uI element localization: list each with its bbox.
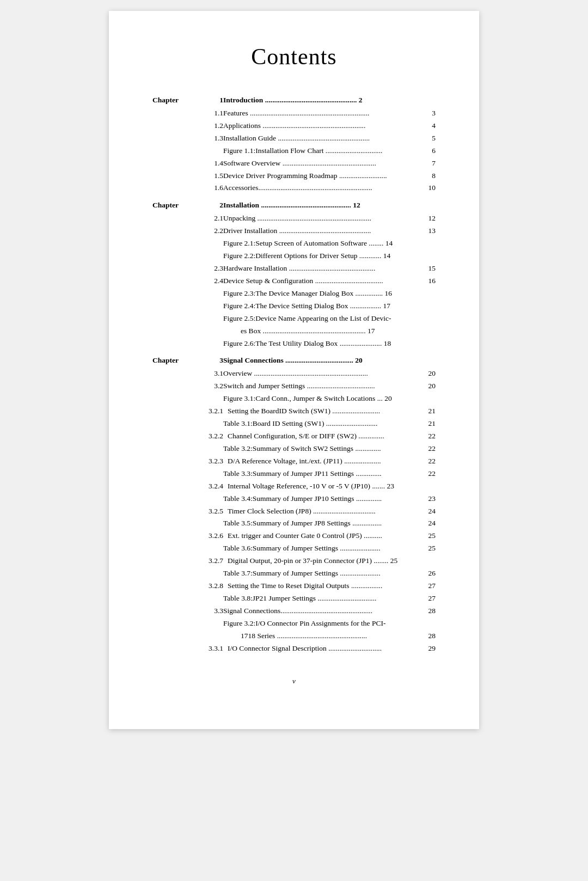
subsec-title-3-2-1: Setting the BoardID Switch (SW1) .......…: [223, 405, 427, 418]
sec-num-2-2: 2.2: [191, 225, 223, 237]
section-row-3-2: 3.2 Switch and Jumper Settings .........…: [152, 380, 436, 393]
subsec-page-3-2-2: 22: [427, 430, 436, 443]
fig-page-3-2-6-1: 25: [427, 542, 436, 555]
subsec-num-3-2-4: 3.2.4: [191, 480, 223, 493]
subsec-row-3-2-5: 3.2.5 Timer Clock Selection (JP8) ......…: [152, 505, 436, 518]
fig-row-3-3-1b: 1718 Series ............................…: [152, 630, 436, 643]
fig-row-3-2-3-1: Table 3.3:Summary of Jumper JP11 Setting…: [152, 468, 436, 480]
sec-title-1-5: Device Driver Programming Roadmap ......…: [223, 170, 427, 182]
sec-page-1-5: 8: [427, 170, 436, 182]
section-row-2-4: 2.4 Device Setup & Configuration .......…: [152, 275, 436, 287]
fig-page-3-3-1: [427, 617, 436, 630]
sec-num-1-1: 1.1: [191, 107, 223, 120]
fig-row-2-2-2: Figure 2.2:Different Options for Driver …: [152, 250, 436, 262]
sec-num-3-2: 3.2: [191, 380, 223, 393]
sec-page-1-4: 7: [427, 157, 436, 170]
sec-title-2-4: Device Setup & Configuration ...........…: [223, 275, 427, 287]
fig-title-2-4-3b: es Box .................................…: [223, 325, 427, 338]
sec-title-1-6: Accessories.............................…: [223, 182, 427, 194]
chapter-label-3: Chapter: [152, 350, 191, 368]
sec-num-2-4: 2.4: [191, 275, 223, 287]
chapter-num-3: 3: [191, 350, 223, 368]
sec-title-2-1: Unpacking ..............................…: [223, 212, 427, 225]
fig-title-2-2-1: Figure 2.1:Setup Screen of Automation So…: [223, 237, 427, 250]
fig-title-3-2-8-1: Table 3.8:JP21 Jumper Settings .........…: [223, 592, 427, 605]
subsec-num-3-2-6: 3.2.6: [191, 530, 223, 542]
chapter-num-1: 1: [191, 89, 223, 107]
sec-num-1-6: 1.6: [191, 182, 223, 194]
sec-num-3-3: 3.3: [191, 605, 223, 617]
subsec-num-3-2-5: 3.2.5: [191, 505, 223, 518]
fig-title-2-4-4: Figure 2.6:The Test Utility Dialog Box .…: [223, 338, 427, 350]
sec-num-1-2: 1.2: [191, 120, 223, 132]
sec-num-2-3: 2.3: [191, 262, 223, 275]
subsec-row-3-2-4: 3.2.4 Internal Voltage Reference, -10 V …: [152, 480, 436, 493]
subsec-title-3-2-2: Channel Configuration, S/E or DIFF (SW2)…: [223, 430, 427, 443]
sec-page-2-4: 16: [427, 275, 436, 287]
chapter-row-1: Chapter 1 Introduction .................…: [152, 89, 436, 107]
sec-num-1-3: 1.3: [191, 132, 223, 145]
chapter-label-1: Chapter: [152, 89, 191, 107]
fig-title-3-3-1: Figure 3.2:I/O Connector Pin Assignments…: [223, 617, 427, 630]
fig-page-3-3-1b: 28: [427, 630, 436, 643]
sec-title-2-3: Hardware Installation ..................…: [223, 262, 427, 275]
sec-title-1-3: Installation Guide .....................…: [223, 132, 427, 145]
sec-num-3-1: 3.1: [191, 368, 223, 380]
fig-row-3-3-1: Figure 3.2:I/O Connector Pin Assignments…: [152, 617, 436, 630]
fig-title-2-4-3: Figure 2.5:Device Name Appearing on the …: [223, 313, 427, 325]
subsec-title-3-2-4: Internal Voltage Reference, -10 V or -5 …: [223, 480, 427, 493]
fig-page-3-2-7-1: 26: [427, 567, 436, 580]
fig-title-3-2-2-1: Table 3.2:Summary of Switch SW2 Settings…: [223, 443, 427, 455]
fig-page-2-4-2: [427, 300, 436, 313]
sec-page-1-3: 5: [427, 132, 436, 145]
section-row-1-4: 1.4 Software Overview ..................…: [152, 157, 436, 170]
subsec-num-3-2-3: 3.2.3: [191, 455, 223, 468]
fig-title-2-4-1: Figure 2.3:The Device Manager Dialog Box…: [223, 287, 427, 300]
fig-title-3-2-0: Figure 3.1:Card Conn., Jumper & Switch L…: [223, 393, 427, 405]
fig-row-2-4-3: Figure 2.5:Device Name Appearing on the …: [152, 313, 436, 325]
subsec-title-3-2-3: D/A Reference Voltage, int./ext. (JP11) …: [223, 455, 427, 468]
chapter-row-3: Chapter 3 Signal Connections ...........…: [152, 350, 436, 368]
sec-page-3-2: 20: [427, 380, 436, 393]
fig-page-3-2-4-1: 23: [427, 493, 436, 505]
fig-page-3-2-3-1: 22: [427, 468, 436, 480]
fig-page-3-2-5-1: 24: [427, 517, 436, 530]
subsec-page-3-2-7: [427, 555, 436, 567]
fig-page-2-4-3: [427, 313, 436, 325]
fig-page-3-2-8-1: 27: [427, 592, 436, 605]
fig-page-3-2-2-1: 22: [427, 443, 436, 455]
fig-row-3-2-4-1: Table 3.4:Summary of Jumper JP10 Setting…: [152, 493, 436, 505]
fig-page-3-2-1-1: 21: [427, 418, 436, 430]
fig-row-3-2-1-1: Table 3.1:Board ID Setting (SW1) .......…: [152, 418, 436, 430]
section-row-2-1: 2.1 Unpacking ..........................…: [152, 212, 436, 225]
subsec-num-3-2-2: 3.2.2: [191, 430, 223, 443]
fig-page-1-3-1: 6: [427, 145, 436, 157]
fig-row-2-4-3b: es Box .................................…: [152, 325, 436, 338]
chapter-title-1: Introduction ...........................…: [223, 89, 436, 107]
sec-page-1-6: 10: [427, 182, 436, 194]
fig-row-3-2-0: Figure 3.1:Card Conn., Jumper & Switch L…: [152, 393, 436, 405]
section-row-1-1: 1.1 Features ...........................…: [152, 107, 436, 120]
fig-row-3-2-2-1: Table 3.2:Summary of Switch SW2 Settings…: [152, 443, 436, 455]
fig-row-3-2-7-1: Table 3.7:Summary of Jumper Settings ...…: [152, 567, 436, 580]
subsec-row-3-3-1: 3.3.1 I/O Connector Signal Description .…: [152, 643, 436, 655]
fig-row-2-2-1: Figure 2.1:Setup Screen of Automation So…: [152, 237, 436, 250]
fig-page-2-4-1: [427, 287, 436, 300]
chapter-label-2: Chapter: [152, 194, 191, 212]
chapter-num-2: 2: [191, 194, 223, 212]
fig-page-3-2-0: [427, 393, 436, 405]
subsec-num-3-3-1: 3.3.1: [191, 643, 223, 655]
fig-row-3-2-5-1: Table 3.5:Summary of Jumper JP8 Settings…: [152, 517, 436, 530]
sec-title-3-2: Switch and Jumper Settings .............…: [223, 380, 427, 393]
section-row-1-2: 1.2 Applications .......................…: [152, 120, 436, 132]
subsec-row-3-2-1: 3.2.1 Setting the BoardID Switch (SW1) .…: [152, 405, 436, 418]
fig-page-2-4-3b: [427, 325, 436, 338]
subsec-page-3-3-1: 29: [427, 643, 436, 655]
section-row-1-3: 1.3 Installation Guide .................…: [152, 132, 436, 145]
fig-page-2-2-2: [427, 250, 436, 262]
subsec-page-3-2-4: [427, 480, 436, 493]
footer-text: v: [292, 677, 296, 685]
fig-row-3-2-8-1: Table 3.8:JP21 Jumper Settings .........…: [152, 592, 436, 605]
fig-title-3-2-6-1: Table 3.6:Summary of Jumper Settings ...…: [223, 542, 427, 555]
subsec-title-3-2-8: Setting the Time to Reset Digital Output…: [223, 580, 427, 592]
